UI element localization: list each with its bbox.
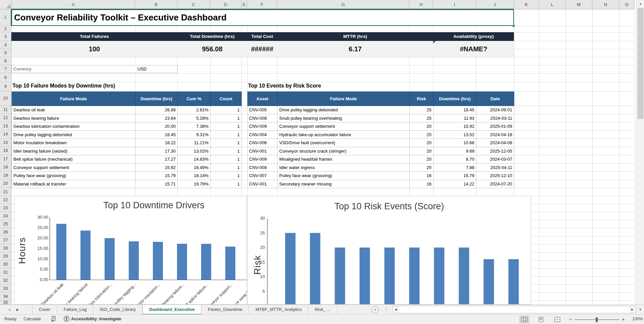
- horizontal-scrollbar[interactable]: ◄ ►: [392, 306, 636, 313]
- table-cell[interactable]: 19.79%: [178, 180, 211, 188]
- table-cell[interactable]: Hydraulic take-up accumulator failure: [278, 131, 410, 139]
- downtime-drivers-chart[interactable]: Top 10 Downtime DriversHours30.0025.0020…: [14, 196, 247, 305]
- table-cell[interactable]: Conveyor structure crack (stringer): [278, 147, 410, 156]
- table-cell[interactable]: 20: [410, 139, 433, 147]
- row-header-19[interactable]: 19: [0, 171, 11, 180]
- row-header-26[interactable]: 26: [0, 228, 11, 236]
- table-cell[interactable]: 20: [410, 147, 433, 156]
- table-cell[interactable]: 1: [211, 131, 242, 139]
- prev-sheets-icon[interactable]: ◄: [7, 308, 16, 312]
- table-cell[interactable]: 1: [211, 122, 242, 131]
- table-cell[interactable]: 8.70: [433, 155, 476, 164]
- column-header-N[interactable]: N: [592, 0, 619, 9]
- table-cell[interactable]: CNV-004: [247, 131, 278, 139]
- row-header-27[interactable]: 27: [0, 236, 11, 244]
- table-cell[interactable]: CNV-008: [247, 114, 278, 123]
- row-header-22[interactable]: 22: [0, 196, 11, 204]
- zoom-level[interactable]: 100%: [630, 317, 643, 321]
- dashboard-title-cell[interactable]: Conveyor Reliability Toolkit – Executive…: [11, 9, 514, 26]
- row-header-7[interactable]: 7: [0, 65, 11, 73]
- zoom-in-button[interactable]: +: [622, 316, 625, 322]
- table-cell[interactable]: 2025-01-09: [476, 122, 514, 131]
- zoom-slider-thumb[interactable]: [596, 317, 598, 322]
- table-cell[interactable]: CNV-008: [247, 164, 278, 172]
- row-header-16[interactable]: 16: [0, 147, 11, 155]
- table-cell[interactable]: 9.69: [433, 147, 476, 156]
- scroll-right-icon[interactable]: ►: [629, 306, 636, 313]
- column-header-E[interactable]: E: [241, 0, 247, 9]
- table-cell[interactable]: Material rollback at transfer: [12, 180, 135, 188]
- row-header-8[interactable]: 8: [0, 73, 11, 82]
- row-header-34[interactable]: 34: [0, 292, 11, 301]
- table-cell[interactable]: 2024-04-16: [476, 131, 514, 139]
- table-cell[interactable]: 18.45: [433, 106, 476, 114]
- table-cell[interactable]: 2024-07-20: [476, 180, 514, 188]
- column-header-L[interactable]: L: [539, 0, 566, 9]
- currency-value[interactable]: USD: [137, 65, 147, 73]
- table-cell[interactable]: CNV-006: [247, 139, 278, 147]
- column-header-H[interactable]: H: [409, 0, 433, 9]
- column-header-J[interactable]: J: [476, 0, 514, 9]
- table-cell[interactable]: VSD/Drive fault (overcurrent): [278, 139, 410, 147]
- table-cell[interactable]: 18.22: [135, 139, 178, 147]
- sheet-tab-iso-code-library[interactable]: ISO_Code_Library: [93, 305, 142, 315]
- new-sheet-button[interactable]: +: [371, 306, 378, 313]
- table-cell[interactable]: CNV-001: [247, 180, 278, 188]
- table-cell[interactable]: 18.14%: [178, 172, 211, 180]
- status-accessibility[interactable]: Accessibility: Investigate: [71, 317, 121, 321]
- table-cell[interactable]: Pulley face wear (grooving): [278, 172, 410, 180]
- kpi-value-band[interactable]: 100956.08######6.17#NAME?: [11, 41, 514, 57]
- row-header-1[interactable]: 1: [0, 9, 11, 26]
- row-header-20[interactable]: 20: [0, 180, 11, 188]
- table-cell[interactable]: Belt splice failure (mechanical): [12, 155, 135, 164]
- kpi-value-2[interactable]: 956.08: [177, 41, 247, 57]
- table-cell[interactable]: 9.31%: [178, 131, 211, 139]
- normal-view-icon[interactable]: [519, 316, 529, 323]
- table-cell[interactable]: 26.88: [135, 106, 178, 114]
- table-cell[interactable]: 5.28%: [178, 114, 211, 123]
- kpi-value-4[interactable]: 6.17: [277, 41, 433, 57]
- table-cell[interactable]: 16: [410, 172, 433, 180]
- table-cell[interactable]: 15.92: [433, 122, 476, 131]
- row-header-30[interactable]: 30: [0, 260, 11, 268]
- column-header-C[interactable]: C: [177, 0, 210, 9]
- table-cell[interactable]: 25: [410, 114, 433, 123]
- table-cell[interactable]: 17.30: [135, 147, 178, 156]
- sheet-tab-cover[interactable]: Cover: [32, 305, 57, 315]
- table-cell[interactable]: 1: [211, 172, 242, 180]
- column-header-G[interactable]: G: [277, 0, 409, 9]
- row-header-28[interactable]: 28: [0, 244, 11, 252]
- kpi-value-3[interactable]: ######: [247, 41, 277, 57]
- table-cell[interactable]: 17.27: [135, 155, 178, 164]
- table-cell[interactable]: Gearbox oil leak: [12, 106, 135, 114]
- table-cell[interactable]: 15.79: [433, 172, 476, 180]
- selection-fill-handle[interactable]: [512, 24, 515, 27]
- row-header-25[interactable]: 25: [0, 220, 11, 228]
- table-cell[interactable]: CNV-005: [247, 106, 278, 114]
- column-header-D[interactable]: D: [210, 0, 241, 9]
- table-cell[interactable]: Misaligned head/tail frames: [278, 155, 410, 164]
- kpi-value-1[interactable]: 100: [11, 41, 177, 57]
- table-cell[interactable]: Idler bearing failure (seized): [12, 147, 135, 156]
- table-cell[interactable]: Conveyor support settlement: [12, 164, 135, 172]
- column-header-B[interactable]: B: [135, 0, 177, 9]
- table-cell[interactable]: Secondary cleaner missing: [278, 180, 410, 188]
- table-cell[interactable]: Motor insulation breakdown: [12, 139, 135, 147]
- table-cell[interactable]: Idler water ingress: [278, 164, 410, 172]
- table-cell[interactable]: 16.49%: [178, 164, 211, 172]
- row-header-32[interactable]: 32: [0, 276, 11, 284]
- sheet-tab-dashboard-executive[interactable]: Dashboard_Executive: [142, 305, 201, 315]
- kpi-header-band[interactable]: Total FailuresTotal Downtime (hrs)Total …: [11, 32, 514, 41]
- row-header-29[interactable]: 29: [0, 252, 11, 260]
- table-cell[interactable]: 15.79: [135, 172, 178, 180]
- table-cell[interactable]: Conveyor support settlement: [278, 122, 410, 131]
- vertical-scrollbar[interactable]: ▲: [636, 0, 644, 305]
- table-cell[interactable]: 25: [410, 106, 433, 114]
- column-header-A[interactable]: A: [11, 0, 135, 9]
- table-cell[interactable]: Drive pulley lagging debonded: [12, 131, 135, 139]
- status-calculate[interactable]: Calculate: [23, 317, 41, 321]
- row-header-11[interactable]: 11: [0, 106, 11, 114]
- row-header-24[interactable]: 24: [0, 212, 11, 220]
- table-cell[interactable]: 20.00: [135, 122, 178, 131]
- select-all-button[interactable]: [0, 0, 11, 9]
